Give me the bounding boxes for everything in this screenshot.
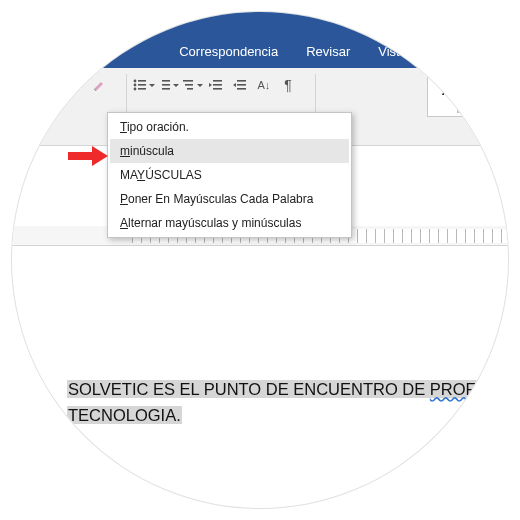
svg-rect-6 xyxy=(162,80,170,82)
style-normal[interactable]: AaBbCcI ¶ Normal xyxy=(427,74,508,117)
svg-point-2 xyxy=(134,84,137,87)
spellcheck-squiggle: PROF xyxy=(430,380,476,398)
clear-formatting-icon[interactable] xyxy=(88,74,110,96)
svg-rect-5 xyxy=(138,88,146,90)
svg-rect-10 xyxy=(185,84,193,86)
selected-text-line2[interactable]: TECNOLOGIA. xyxy=(67,406,182,424)
tab-vista[interactable]: Vista xyxy=(364,38,421,68)
callout-arrow-icon xyxy=(68,146,112,166)
document-body[interactable]: SOLVETIC ES EL PUNTO DE ENCUENTRO DE PRO… xyxy=(12,246,508,429)
svg-rect-15 xyxy=(237,80,246,82)
sort-icon[interactable]: A↓ xyxy=(253,74,275,96)
menu-minuscula[interactable]: minúscula xyxy=(110,139,349,163)
ribbon-tabs: Correspondencia Revisar Vista Progra xyxy=(12,38,508,68)
svg-rect-7 xyxy=(162,84,170,86)
menu-poner-en-mayusculas[interactable]: Poner En Mayúsculas Cada Palabra xyxy=(110,187,349,211)
style-name-label: ¶ Normal xyxy=(442,102,508,114)
window-titlebar: Docu xyxy=(12,12,508,38)
menu-mayusculas[interactable]: MAYÚSCULAS xyxy=(110,163,349,187)
change-case-button[interactable]: Aa xyxy=(52,75,86,96)
text-segment: SOLVETIC ES EL PUNTO DE ENCUENTRO DE xyxy=(68,380,430,398)
doc-title: Docu xyxy=(370,18,398,32)
selected-text-line1[interactable]: SOLVETIC ES EL PUNTO DE ENCUENTRO DE PRO… xyxy=(67,380,477,398)
tab-programador[interactable]: Progra xyxy=(421,38,488,68)
tab-revisar[interactable]: Revisar xyxy=(292,38,364,68)
svg-rect-16 xyxy=(237,84,246,86)
menu-alternar[interactable]: Alternar mayúsculas y minúsculas xyxy=(110,211,349,235)
svg-rect-12 xyxy=(213,80,222,82)
svg-point-0 xyxy=(134,80,137,83)
svg-rect-3 xyxy=(138,84,146,86)
decrease-indent-icon[interactable] xyxy=(205,74,227,96)
change-case-menu: Tipo oración. minúscula MAYÚSCULAS Poner… xyxy=(107,112,352,238)
bullets-icon[interactable] xyxy=(133,74,155,96)
menu-tipo-oracion[interactable]: Tipo oración. xyxy=(110,115,349,139)
numbering-icon[interactable] xyxy=(157,74,179,96)
svg-rect-14 xyxy=(213,88,222,90)
increase-indent-icon[interactable] xyxy=(229,74,251,96)
svg-rect-9 xyxy=(183,80,193,82)
pilcrow-icon[interactable]: ¶ xyxy=(277,74,299,96)
svg-rect-1 xyxy=(138,80,146,82)
svg-rect-13 xyxy=(213,84,222,86)
multilevel-list-icon[interactable] xyxy=(181,74,203,96)
svg-rect-8 xyxy=(162,88,170,90)
svg-point-4 xyxy=(134,88,137,91)
svg-rect-17 xyxy=(237,88,246,90)
svg-rect-11 xyxy=(187,88,193,90)
style-preview-text: AaBbCcI xyxy=(442,79,508,100)
tab-correspondencia[interactable]: Correspondencia xyxy=(165,38,292,68)
